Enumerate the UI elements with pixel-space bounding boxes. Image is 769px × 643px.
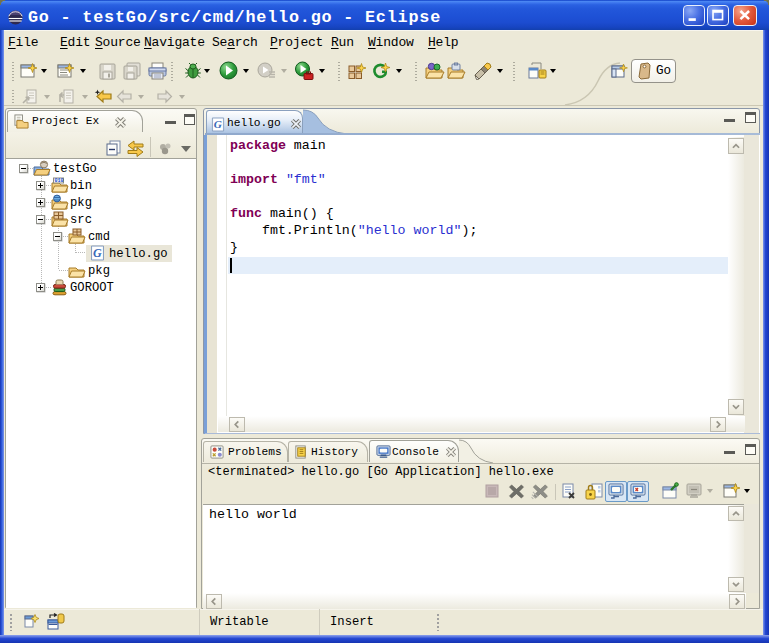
svg-text:G: G bbox=[93, 246, 102, 260]
svg-text:G: G bbox=[214, 118, 222, 130]
svg-text:010: 010 bbox=[54, 178, 63, 184]
